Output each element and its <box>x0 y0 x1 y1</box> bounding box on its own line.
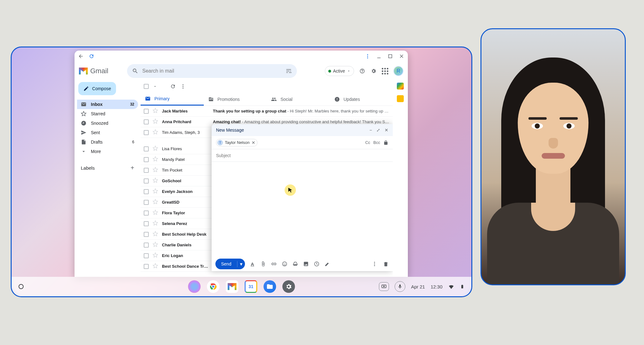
row-checkbox[interactable] <box>144 168 149 173</box>
help-icon[interactable] <box>359 68 365 74</box>
sidebar-item-sent[interactable]: Sent <box>77 128 138 137</box>
more-vert-icon[interactable] <box>364 53 371 59</box>
bcc-toggle[interactable]: Bcc <box>373 140 380 145</box>
star-icon[interactable] <box>153 118 158 125</box>
sidebar-item-drafts[interactable]: Drafts6 <box>77 137 138 147</box>
star-icon[interactable] <box>153 178 158 184</box>
star-icon[interactable] <box>153 199 158 205</box>
chrome-app-icon[interactable] <box>207 280 219 293</box>
maximize-icon[interactable] <box>387 53 393 59</box>
format-icon[interactable]: A <box>249 261 256 267</box>
star-icon[interactable] <box>153 220 158 227</box>
tab-social[interactable]: Social <box>267 93 330 106</box>
link-icon[interactable] <box>271 261 277 267</box>
close-window-icon[interactable] <box>398 53 405 59</box>
star-icon[interactable] <box>153 231 158 238</box>
star-icon[interactable] <box>153 210 158 216</box>
dictation-icon[interactable] <box>395 281 405 292</box>
signature-icon[interactable] <box>324 261 330 267</box>
star-icon[interactable] <box>153 156 158 163</box>
tab-promotions[interactable]: Promotions <box>204 93 267 106</box>
calendar-app-icon[interactable] <box>397 83 404 90</box>
sidebar-item-more[interactable]: More <box>77 147 138 156</box>
confidential-icon[interactable] <box>314 261 320 267</box>
refresh-icon[interactable] <box>170 84 176 89</box>
row-checkbox[interactable] <box>144 189 149 194</box>
gmail-app-icon[interactable] <box>226 280 238 293</box>
recipients-field[interactable]: T Taylor Nelson ✕ Cc Bcc <box>212 136 393 149</box>
back-icon[interactable] <box>78 53 84 59</box>
attach-icon[interactable] <box>260 261 266 267</box>
row-checkbox[interactable] <box>144 221 149 226</box>
wifi-icon[interactable] <box>448 283 454 290</box>
calendar-shelf-icon[interactable]: 31 <box>245 280 257 293</box>
tune-icon[interactable] <box>286 68 292 74</box>
minimize-compose-icon[interactable]: − <box>369 128 372 133</box>
shelf-time[interactable]: 12:30 <box>430 284 442 289</box>
star-icon[interactable] <box>153 242 158 248</box>
compose-body[interactable] <box>212 162 393 257</box>
remove-chip-icon[interactable]: ✕ <box>252 140 255 145</box>
compose-header[interactable]: New Message − ⤢ ✕ <box>212 124 393 136</box>
screencast-icon[interactable] <box>379 282 389 291</box>
keep-app-icon[interactable] <box>397 95 404 102</box>
recipient-chip[interactable]: T Taylor Nelson ✕ <box>216 139 258 146</box>
assistant-app-icon[interactable] <box>188 280 201 293</box>
status-chip[interactable]: Active <box>325 66 354 76</box>
star-icon[interactable] <box>153 263 158 270</box>
more-options-icon[interactable] <box>371 261 378 267</box>
send-options-icon[interactable]: ▾ <box>237 261 245 267</box>
settings-app-icon[interactable] <box>282 280 295 293</box>
star-icon[interactable] <box>153 108 158 114</box>
google-apps-icon[interactable] <box>382 68 388 74</box>
row-checkbox[interactable] <box>144 109 149 114</box>
row-checkbox[interactable] <box>144 243 149 248</box>
star-icon[interactable] <box>153 167 158 173</box>
battery-icon[interactable] <box>460 283 464 290</box>
more-vert-icon[interactable] <box>180 84 186 89</box>
search-bar[interactable] <box>127 64 297 78</box>
row-checkbox[interactable] <box>144 264 149 269</box>
image-icon[interactable] <box>303 261 309 267</box>
row-checkbox[interactable] <box>144 200 149 205</box>
account-avatar[interactable]: R <box>393 66 403 76</box>
star-icon[interactable] <box>153 188 158 195</box>
lock-icon[interactable] <box>383 140 388 145</box>
row-checkbox[interactable] <box>144 253 149 258</box>
sidebar-item-inbox[interactable]: Inbox32 <box>77 100 138 109</box>
search-input[interactable] <box>142 68 282 74</box>
minimize-icon[interactable] <box>376 53 382 59</box>
star-icon[interactable] <box>153 145 158 152</box>
mail-row[interactable]: Jack MarblesThank you for setting up a g… <box>141 106 393 117</box>
files-app-icon[interactable] <box>264 280 276 293</box>
send-button[interactable]: Send ▾ <box>215 259 245 269</box>
star-icon[interactable] <box>153 252 158 259</box>
subject-input[interactable] <box>216 153 388 158</box>
row-checkbox[interactable] <box>144 119 149 124</box>
chevron-down-icon[interactable] <box>153 85 157 88</box>
row-checkbox[interactable] <box>144 211 149 216</box>
row-checkbox[interactable] <box>144 130 149 135</box>
settings-gear-icon[interactable] <box>370 68 377 74</box>
row-checkbox[interactable] <box>144 157 149 162</box>
compose-button[interactable]: Compose <box>78 82 116 95</box>
tab-primary[interactable]: Primary <box>141 93 204 106</box>
row-checkbox[interactable] <box>144 146 149 151</box>
popout-compose-icon[interactable]: ⤢ <box>376 128 380 133</box>
cc-toggle[interactable]: Cc <box>365 140 370 145</box>
launcher-icon[interactable] <box>19 284 24 289</box>
star-icon[interactable] <box>153 129 158 136</box>
reload-icon[interactable] <box>88 53 95 59</box>
discard-icon[interactable] <box>383 261 389 267</box>
row-checkbox[interactable] <box>144 178 149 183</box>
add-label-icon[interactable]: + <box>130 164 134 172</box>
select-all-checkbox[interactable] <box>144 84 149 89</box>
tab-updates[interactable]: Updates <box>330 93 393 106</box>
sidebar-item-snoozed[interactable]: Snoozed <box>77 118 138 128</box>
shelf-date[interactable]: Apr 21 <box>411 284 425 289</box>
sidebar-item-starred[interactable]: Starred <box>77 109 138 118</box>
close-compose-icon[interactable]: ✕ <box>385 128 388 133</box>
row-checkbox[interactable] <box>144 232 149 237</box>
subject-row[interactable] <box>212 149 393 162</box>
drive-icon[interactable] <box>292 261 298 267</box>
